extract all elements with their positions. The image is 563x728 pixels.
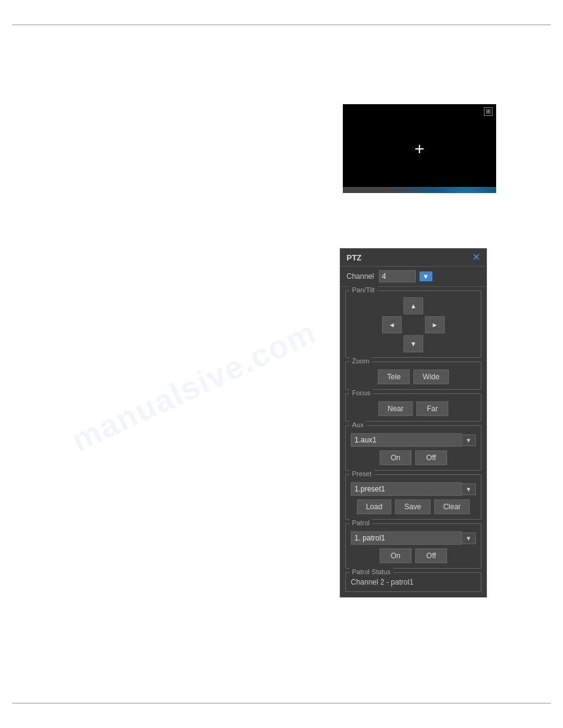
pan-tilt-right-button[interactable]: ►: [425, 316, 445, 333]
patrol-btn-row: On Off: [351, 548, 476, 563]
preset-clear-button[interactable]: Clear: [434, 499, 470, 514]
aux-off-button[interactable]: Off: [415, 450, 447, 465]
preset-select[interactable]: 1.preset1: [351, 482, 462, 496]
focus-near-button[interactable]: Near: [378, 401, 413, 416]
channel-dropdown-arrow[interactable]: ▼: [419, 271, 432, 281]
pan-tilt-legend: Pan/Tilt: [350, 286, 377, 294]
pan-tilt-empty-bl: [382, 335, 402, 352]
focus-section: Focus Near Far: [345, 393, 481, 422]
watermark: manualsive.com: [66, 313, 322, 458]
camera-status-bar: [343, 187, 496, 193]
patrol-status-section: Patrol Status Channel 2 - patrol1: [345, 572, 481, 592]
focus-legend: Focus: [350, 389, 373, 396]
patrol-section: Patrol 1. patrol1 ▼ On Off: [345, 523, 481, 569]
zoom-btn-row: Tele Wide: [351, 370, 476, 384]
pan-tilt-empty-tl: [382, 297, 402, 314]
preset-dropdown-row: 1.preset1 ▼: [351, 482, 476, 496]
crosshair-icon: +: [415, 140, 424, 157]
zoom-wide-button[interactable]: Wide: [413, 370, 448, 384]
focus-far-button[interactable]: Far: [416, 401, 448, 416]
pan-tilt-empty-tr: [425, 297, 445, 314]
patrol-off-button[interactable]: Off: [415, 548, 447, 563]
focus-btn-row: Near Far: [351, 401, 476, 416]
aux-select[interactable]: 1.aux1: [351, 433, 462, 447]
pan-tilt-up-button[interactable]: ▲: [404, 297, 423, 314]
preview-icon-label: ⊞: [484, 107, 492, 116]
aux-dropdown-row: 1.aux1 ▼: [351, 433, 476, 447]
preset-load-button[interactable]: Load: [357, 499, 392, 514]
patrol-legend: Patrol: [350, 519, 372, 526]
camera-preview: ⊞ +: [343, 104, 496, 193]
patrol-dropdown-arrow[interactable]: ▼: [462, 533, 476, 544]
patrol-select[interactable]: 1. patrol1: [351, 531, 462, 545]
pan-tilt-down-button[interactable]: ▼: [404, 335, 423, 352]
pan-tilt-grid: ▲ ◄ ► ▼: [351, 297, 476, 352]
ptz-title: PTZ: [347, 253, 362, 262]
aux-dropdown-arrow[interactable]: ▼: [462, 434, 476, 446]
aux-section: Aux 1.aux1 ▼ On Off: [345, 425, 481, 471]
patrol-status-text: Channel 2 - patrol1: [351, 578, 476, 586]
patrol-status-legend: Patrol Status: [350, 568, 393, 575]
pan-tilt-empty-center: [404, 316, 423, 333]
preview-icon: ⊞: [483, 107, 493, 116]
preset-save-button[interactable]: Save: [395, 499, 430, 514]
channel-select[interactable]: 4: [379, 270, 416, 282]
zoom-tele-button[interactable]: Tele: [378, 370, 410, 384]
pan-tilt-section: Pan/Tilt ▲ ◄ ► ▼: [345, 290, 481, 358]
ptz-header: PTZ ✕: [340, 249, 486, 267]
channel-row: Channel 4 ▼: [340, 267, 486, 287]
bottom-divider: [12, 703, 551, 703]
ptz-close-button[interactable]: ✕: [472, 252, 480, 262]
channel-label: Channel: [347, 272, 374, 281]
zoom-legend: Zoom: [350, 357, 372, 365]
ptz-panel: PTZ ✕ Channel 4 ▼ Pan/Tilt ▲ ◄ ► ▼ Zoom …: [340, 248, 487, 597]
aux-on-button[interactable]: On: [380, 450, 412, 465]
patrol-on-button[interactable]: On: [380, 548, 412, 563]
zoom-section: Zoom Tele Wide: [345, 362, 481, 390]
aux-btn-row: On Off: [351, 450, 476, 465]
preset-section: Preset 1.preset1 ▼ Load Save Clear: [345, 474, 481, 520]
patrol-dropdown-row: 1. patrol1 ▼: [351, 531, 476, 545]
preset-btn-row: Load Save Clear: [351, 499, 476, 514]
top-divider: [12, 25, 551, 25]
preset-dropdown-arrow[interactable]: ▼: [462, 483, 476, 495]
pan-tilt-empty-br: [425, 335, 445, 352]
preset-legend: Preset: [350, 470, 374, 477]
aux-legend: Aux: [350, 421, 366, 428]
pan-tilt-left-button[interactable]: ◄: [382, 316, 402, 333]
